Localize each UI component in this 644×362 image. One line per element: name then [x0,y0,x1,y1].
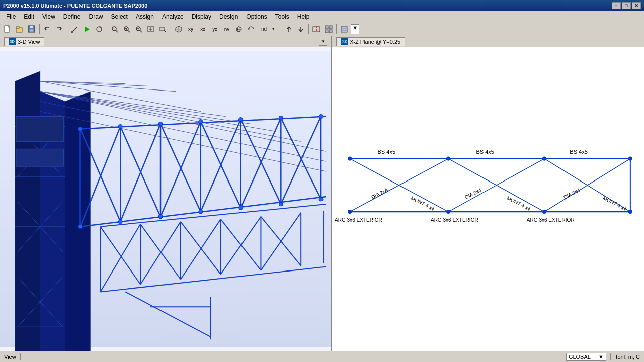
svg-line-9 [72,27,77,32]
new-button[interactable] [2,24,13,35]
coord-system-value: GLOBAL [569,354,591,360]
svg-point-10 [71,31,73,33]
view-scale-dropdown[interactable]: ▼ [351,24,359,34]
sep1 [39,24,40,34]
panel-3d-dropdown[interactable]: ▼ [319,38,327,46]
sep4 [171,24,171,34]
menu-display[interactable]: Display [188,12,215,21]
panel-xz-title: X-Z Plane @ Y=0.25 [350,39,400,45]
menu-bar: File Edit View Define Draw Select Assign… [0,11,644,22]
maximize-button[interactable]: □ [622,2,631,9]
select-all-button[interactable] [323,24,334,35]
nd-dropdown[interactable]: ▼ [268,24,279,35]
svg-point-122 [239,117,243,121]
coordinate-system-dropdown[interactable]: GLOBAL ▼ [566,353,606,361]
zoom-in-button[interactable] [121,24,132,35]
sep3 [107,24,107,34]
menu-design[interactable]: Design [215,12,242,21]
run-button[interactable] [82,24,93,35]
status-bar: View GLOBAL ▼ Tonf, m, C [0,351,644,362]
menu-view[interactable]: View [38,12,59,21]
svg-rect-43 [325,26,328,29]
panel-3d-header: 3D 3-D View ▼ [0,36,331,47]
svg-text:↖: ↖ [52,222,58,231]
svg-point-125 [78,225,83,229]
svg-point-121 [199,119,203,123]
menu-tools[interactable]: Tools [271,12,293,21]
minimize-button[interactable]: − [612,2,621,9]
svg-point-118 [78,127,83,131]
xz-tab-icon: XZ [341,38,348,45]
menu-assign[interactable]: Assign [132,12,158,21]
status-view-label: View [4,354,16,360]
svg-rect-46 [329,30,332,33]
svg-rect-47 [341,26,347,32]
viewport-xz[interactable]: BS 4x5 BS 4x5 BS 4x5 DIA 2x4 MONT 4 x4 D… [332,47,644,351]
svg-point-138 [348,157,352,161]
viewport-3d[interactable]: ↖ [0,47,331,351]
svg-line-15 [116,30,118,32]
svg-point-119 [118,124,122,128]
sep2 [67,24,67,34]
save-button[interactable] [26,24,37,35]
xy-button[interactable]: xy [185,24,196,35]
zoom-out-button[interactable] [133,24,144,35]
svg-point-126 [118,220,122,224]
svg-point-120 [158,122,163,126]
redo-button[interactable] [54,24,65,35]
sep8 [336,24,337,34]
close-button[interactable]: ✕ [632,2,641,9]
menu-select[interactable]: Select [107,12,132,21]
svg-point-123 [279,116,283,120]
3d-view-button[interactable] [173,24,184,35]
menu-draw[interactable]: Draw [85,12,107,21]
perspective-button[interactable] [233,24,245,35]
menu-file[interactable]: File [2,12,20,21]
structure-3d-view: ↖ [0,47,331,351]
status-sep2 [610,353,611,360]
app-title: P2000 v15.1.0 Ultimate - PUENTE COLGANTE… [3,3,612,9]
sep6 [281,24,281,34]
element-display-button[interactable] [339,24,350,35]
svg-point-131 [319,197,323,201]
xz-diagram-svg: BS 4x5 BS 4x5 BS 4x5 DIA 2x4 MONT 4 x4 D… [332,47,644,351]
undo-button[interactable] [42,24,53,35]
nd-label: nd [261,26,267,32]
menu-analyze[interactable]: Analyze [158,12,188,21]
svg-text:ARG 3x6  EXTERIOR: ARG 3x6 EXTERIOR [431,217,478,223]
yz-button[interactable]: yz [209,24,220,35]
xz-button[interactable]: xz [197,24,208,35]
panel-xz-tab[interactable]: XZ X-Z Plane @ Y=0.25 [336,37,405,46]
svg-text:BS 4x5: BS 4x5 [570,149,588,155]
svg-line-21 [140,30,142,32]
open-button[interactable] [14,24,25,35]
zoom-extent-button[interactable] [109,24,120,35]
panel-3d: 3D 3-D View ▼ [0,36,332,351]
menu-edit[interactable]: Edit [20,12,38,21]
draw-button[interactable] [69,24,80,35]
rotate-button[interactable] [94,24,105,35]
zoom-fit-button[interactable] [145,24,156,35]
main-area: 3D 3-D View ▼ [0,36,644,351]
menu-help[interactable]: Help [293,12,314,21]
panel-xz-header: XZ X-Z Plane @ Y=0.25 [332,36,644,47]
svg-point-14 [112,27,116,31]
display-up-button[interactable] [283,24,294,35]
rotate-view-button[interactable] [246,24,257,35]
nv-button[interactable]: nv [221,24,232,35]
section-cut-button[interactable] [311,24,322,35]
window-controls: − □ ✕ [612,2,641,9]
panel-3d-tab[interactable]: 3D 3-D View [4,37,44,46]
menu-options[interactable]: Options [242,12,271,21]
menu-define[interactable]: Define [59,12,85,21]
svg-point-128 [199,210,203,214]
zoom-window-button[interactable] [157,24,169,35]
svg-marker-7 [45,28,47,31]
svg-marker-11 [85,27,90,32]
svg-point-124 [319,115,323,119]
svg-rect-26 [160,27,164,31]
display-down-button[interactable] [295,24,306,35]
svg-text:ARG 3x6  EXTERIOR: ARG 3x6 EXTERIOR [527,217,575,223]
sep7 [308,24,309,34]
svg-marker-8 [59,28,61,31]
